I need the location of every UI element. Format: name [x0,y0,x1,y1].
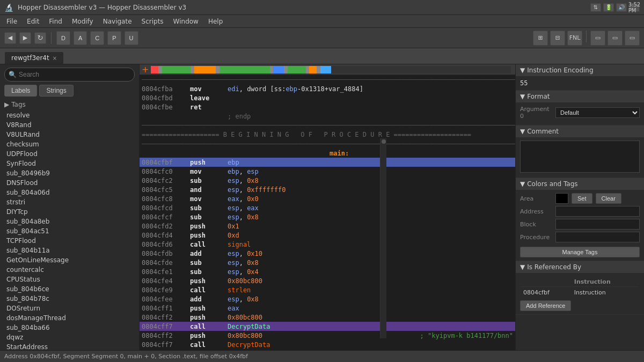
label-item-StartAddress[interactable]: StartAddress [2,342,137,350]
label-item-sub_804b11a[interactable]: sub_804b11a [2,246,137,255]
add-reference-button[interactable]: Add Reference [520,300,571,311]
btn-p[interactable]: P [107,31,121,45]
nav-forward-button[interactable]: ▶ [19,32,31,44]
disasm-line-cfee[interactable]: 0804cfee add esp, 0x8 [140,294,515,304]
disasm-line-cfbf[interactable]: 0804cfbf push ebp [140,158,515,167]
label-item-sub_804a06d[interactable]: sub_804a06d [2,188,137,197]
label-item-CPUStatus[interactable]: CPUStatus [2,275,137,284]
disasm-line-cff7b[interactable]: 0804cff7 call DecryptData [140,340,515,349]
disasm-line-cff1[interactable]: 0804cff1 push eax [140,304,515,313]
menu-help[interactable]: Help [204,17,227,26]
disasm-line-cff2b[interactable]: 0804cff2 push 0x80bc800 ; "kyipvm-k b141… [140,331,515,340]
btn-c[interactable]: C [90,31,104,45]
label-item-V8Rand[interactable]: V8Rand [2,120,137,130]
comment-header[interactable]: ▼ Comment [516,125,644,137]
disasm-line-cfde[interactable]: 0804cfde sub esp, 0x8 [140,258,515,267]
label-item-dosManageThread[interactable]: dosManageThread [2,313,137,323]
set-button[interactable]: Set [572,193,592,204]
label-item-sub_80496b9[interactable]: sub_80496b9 [2,168,137,178]
comment-textarea[interactable] [520,141,640,173]
strings-tab[interactable]: Strings [39,85,73,97]
disasm-line-cfe4[interactable]: 0804cfe4 push 0x80bc800 [140,276,515,285]
block-input[interactable] [555,219,640,230]
view-btn-3[interactable]: ▭ [625,31,640,46]
disasm-line-cfcd[interactable]: 0804cfcd sub esp, eax [140,203,515,212]
label-item-TCPFlood[interactable]: TCPFlood [2,236,137,246]
disasm-line-cfd4[interactable]: 0804cfd4 push 0xd [140,231,515,240]
disasm-line-cff7[interactable]: 0804cff7 call DecryptData [140,322,515,331]
clear-button[interactable]: Clear [596,193,621,204]
view-btn-1[interactable]: ▭ [590,31,605,46]
menu-modify[interactable]: Modify [68,17,98,26]
menu-navigate[interactable]: Navigate [99,17,136,26]
tags-section-header[interactable]: ▶ Tags [4,100,135,109]
toolbar-icon-3[interactable]: FNL [567,31,582,46]
colors-tags-header[interactable]: ▼ Colors and Tags [516,178,644,190]
disasm-scrollbar-thumb[interactable] [382,139,386,144]
toolbar-icon-1[interactable]: ⊞ [533,31,548,46]
disasm-scrollbar[interactable] [380,138,386,338]
area-color-box[interactable] [555,193,568,204]
label-item-sub_804b78c[interactable]: sub_804b78c [2,294,137,304]
disasm-line-cfcf[interactable]: 0804cfcf sub esp, 0x8 [140,212,515,221]
label-item-SynFlood[interactable]: SynFlood [2,159,137,168]
disasm-line-cfc8[interactable]: 0804cfc8 mov eax, 0x0 [140,194,515,203]
nav-back-button[interactable]: ◀ [4,32,16,44]
label-item-GetOnLineMessage[interactable]: GetOnLineMessage [2,255,137,265]
label-item-DNSFlood[interactable]: DNSFlood [2,178,137,188]
search-input[interactable] [4,68,135,82]
label-item-V8ULRand[interactable]: V8ULRand [2,130,137,139]
label-item-checksum[interactable]: checksum [2,139,137,149]
label-item-sub_804a8eb[interactable]: sub_804a8eb [2,217,137,226]
disasm-line-cfba[interactable]: 0804cfba mov edi, dword [ss:ebp-0x1318+v… [140,84,515,93]
btn-u[interactable]: U [125,31,138,45]
disasm-line-cfd6[interactable]: 0804cfd6 call signal [140,240,515,249]
disasm-line-cfd2[interactable]: 0804cfd2 push 0x1 [140,221,515,231]
label-item-sub_804b6ce[interactable]: sub_804b6ce [2,284,137,294]
address-input[interactable] [555,206,640,217]
disasm-line-cfdb[interactable]: 0804cfdb add esp, 0x10 [140,249,515,258]
disasm-container[interactable]: ────────────────────────────────────────… [140,75,515,350]
menu-edit[interactable]: Edit [23,17,43,26]
disasm-line-cfc2[interactable]: 0804cfc2 sub esp, 0x8 [140,176,515,185]
nav-colorbar[interactable] [151,66,511,73]
format-select[interactable]: Default Hex Decimal Octal Binary [555,107,640,118]
main-tab[interactable]: rewgtf3er4t × [4,51,64,64]
disasm-line-cfe1[interactable]: 0804cfe1 sub esp, 0x4 [140,267,515,276]
procedure-input[interactable] [555,232,640,242]
instruction-encoding-header[interactable]: ▼ Instruction Encoding [516,64,644,76]
disasm-line-cfe9[interactable]: 0804cfe9 call strlen [140,285,515,294]
btn-a[interactable]: A [74,31,87,45]
label-item-dqwz[interactable]: dqwz [2,333,137,342]
label-item-DOSreturn[interactable]: DOSreturn [2,304,137,313]
disasm-line-cffc[interactable]: 0804cffc add esp, 0x10 [140,349,515,350]
nav-arrow-btn[interactable]: + [142,65,149,74]
tab-close-button[interactable]: × [53,55,57,61]
btn-d[interactable]: D [56,31,70,45]
label-item-strstri[interactable]: strstri [2,197,137,207]
refresh-button[interactable]: ↻ [34,32,46,44]
disasm-line-cfbe[interactable]: 0804cfbe ret [140,102,515,112]
format-header[interactable]: ▼ Format [516,91,644,102]
labels-tab[interactable]: Labels [4,85,37,97]
label-item-resolve[interactable]: resolve [2,110,137,120]
menu-window[interactable]: Window [169,17,203,26]
label-item-sub_804ac51[interactable]: sub_804ac51 [2,226,137,236]
label-item-UDPFlood[interactable]: UDPFlood [2,149,137,159]
disasm-line-cfc0[interactable]: 0804cfc0 mov ebp, esp [140,167,515,176]
instruction-encoding-section: ▼ Instruction Encoding 55 [516,64,644,91]
menu-file[interactable]: File [2,17,21,26]
view-btn-2[interactable]: ▭ [608,31,623,46]
addr-cff2b: 0804cff2 [142,332,190,339]
referenced-by-header[interactable]: ▼ Is Referenced By [516,261,644,273]
disasm-line-cfc5[interactable]: 0804cfc5 and esp, 0xfffffff0 [140,185,515,194]
label-item-DIYTcp[interactable]: DIYTcp [2,207,137,217]
disasm-line-cfbd[interactable]: 0804cfbd leave [140,93,515,102]
label-item-sub_804ba66[interactable]: sub_804ba66 [2,323,137,333]
menu-scripts[interactable]: Scripts [137,17,168,26]
disasm-line-cff2[interactable]: 0804cff2 push 0x80bc800 [140,313,515,322]
toolbar-icon-2[interactable]: ⊟ [550,31,565,46]
label-item-countercalc[interactable]: countercalc [2,265,137,275]
manage-tags-button[interactable]: Manage Tags [520,247,640,257]
menu-find[interactable]: Find [45,17,67,26]
